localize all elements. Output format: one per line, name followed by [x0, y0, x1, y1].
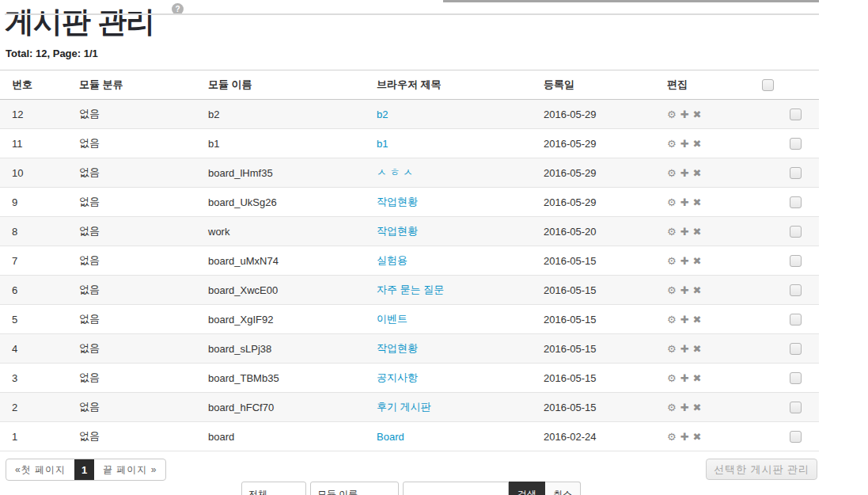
row-checkbox[interactable] [790, 109, 802, 120]
delete-icon[interactable]: ✖ [693, 343, 702, 355]
gear-icon[interactable]: ⚙ [667, 196, 677, 208]
checkbox-cell [762, 305, 819, 334]
browser-title-link[interactable]: 후기 게시판 [377, 401, 431, 413]
gear-icon[interactable]: ⚙ [667, 372, 677, 384]
plus-icon[interactable]: ✚ [680, 138, 689, 150]
row-checkbox[interactable] [790, 284, 802, 296]
delete-icon[interactable]: ✖ [693, 402, 702, 413]
plus-icon[interactable]: ✚ [680, 314, 689, 326]
gear-icon[interactable]: ⚙ [667, 402, 677, 413]
module-name: board_TBMb35 [196, 364, 365, 393]
last-page-button[interactable]: 끝 페이지 » [94, 459, 165, 480]
first-page-button[interactable]: «첫 페이지 [6, 459, 74, 480]
browser-title-link[interactable]: b2 [377, 109, 388, 120]
gear-icon[interactable]: ⚙ [667, 109, 677, 120]
edit-cell: ⚙✚✖ [655, 100, 762, 129]
delete-icon[interactable]: ✖ [693, 226, 702, 238]
browser-title-link[interactable]: 작업현황 [377, 225, 418, 237]
row-checkbox[interactable] [790, 343, 802, 355]
row-checkbox[interactable] [790, 167, 802, 179]
browser-title-link[interactable]: b1 [377, 138, 388, 150]
title-divider [5, 13, 819, 15]
edit-cell: ⚙✚✖ [655, 334, 762, 364]
browser-title-link[interactable]: 작업현황 [377, 342, 418, 354]
gear-icon[interactable]: ⚙ [667, 255, 677, 267]
delete-icon[interactable]: ✖ [693, 109, 702, 120]
browser-title-link[interactable]: Board [377, 431, 404, 443]
plus-icon[interactable]: ✚ [680, 372, 689, 384]
edit-cell: ⚙✚✖ [655, 393, 762, 422]
plus-icon[interactable]: ✚ [680, 226, 689, 238]
gear-icon[interactable]: ⚙ [667, 343, 677, 355]
table-header-row: 번호모듈 분류모듈 이름브라우저 제목등록일편집 [0, 70, 819, 100]
plus-icon[interactable]: ✚ [680, 196, 689, 208]
gear-icon[interactable]: ⚙ [667, 314, 677, 326]
plus-icon[interactable]: ✚ [680, 343, 689, 355]
search-button[interactable]: 검색 [509, 482, 545, 495]
delete-icon[interactable]: ✖ [693, 167, 702, 179]
row-number: 8 [0, 217, 67, 246]
browser-title-link[interactable]: 작업현황 [377, 196, 418, 208]
current-page-indicator[interactable]: 1 [74, 459, 94, 480]
manage-selected-boards-button[interactable]: 선택한 게시판 관리 [706, 459, 817, 480]
browser-title-link[interactable]: 실험용 [377, 254, 407, 266]
register-date: 2016-05-15 [532, 334, 655, 364]
gear-icon[interactable]: ⚙ [667, 431, 677, 443]
browser-title-cell: 후기 게시판 [365, 393, 532, 422]
browser-title-cell: 작업현황 [365, 334, 532, 364]
row-checkbox[interactable] [790, 314, 802, 326]
browser-title-link[interactable]: 공지사항 [377, 371, 418, 383]
board-table-body: 12없음b2b22016-05-29⚙✚✖11없음b1b12016-05-29⚙… [0, 100, 819, 451]
cancel-button[interactable]: 취소 [545, 482, 581, 495]
browser-title-cell: 자주 묻는 질문 [365, 276, 532, 305]
gear-icon[interactable]: ⚙ [667, 226, 677, 238]
column-header-4: 등록일 [532, 70, 655, 100]
select-all-checkbox[interactable] [762, 79, 774, 91]
delete-icon[interactable]: ✖ [693, 138, 702, 150]
browser-title-link[interactable]: 자주 묻는 질문 [377, 284, 444, 295]
plus-icon[interactable]: ✚ [680, 109, 689, 120]
checkbox-cell [762, 129, 819, 158]
module-name: b2 [196, 100, 365, 129]
module-name: board_XgIF92 [196, 305, 365, 334]
checkbox-cell [762, 188, 819, 217]
delete-icon[interactable]: ✖ [693, 255, 702, 267]
row-checkbox[interactable] [790, 138, 802, 150]
column-header-5: 편집 [655, 70, 762, 100]
browser-title-cell: 작업현황 [365, 188, 532, 217]
delete-icon[interactable]: ✖ [693, 314, 702, 326]
plus-icon[interactable]: ✚ [680, 284, 689, 296]
row-checkbox[interactable] [790, 402, 802, 413]
gear-icon[interactable]: ⚙ [667, 167, 677, 179]
delete-icon[interactable]: ✖ [693, 431, 702, 443]
search-field-select[interactable]: 모듈 이름 [310, 482, 399, 495]
table-row: 3없음board_TBMb35공지사항2016-05-15⚙✚✖ [0, 364, 819, 393]
browser-title-link[interactable]: 이벤트 [377, 313, 407, 325]
row-checkbox[interactable] [790, 196, 802, 208]
plus-icon[interactable]: ✚ [680, 167, 689, 179]
plus-icon[interactable]: ✚ [680, 431, 689, 443]
row-checkbox[interactable] [790, 372, 802, 384]
delete-icon[interactable]: ✖ [693, 284, 702, 296]
gear-icon[interactable]: ⚙ [667, 284, 677, 296]
delete-icon[interactable]: ✖ [693, 372, 702, 384]
search-input[interactable] [403, 482, 509, 495]
column-header-1: 모듈 분류 [67, 70, 196, 100]
edit-cell: ⚙✚✖ [655, 364, 762, 393]
row-checkbox[interactable] [790, 255, 802, 267]
browser-title-link[interactable]: ㅅ ㅎ ㅅ [377, 166, 413, 178]
row-checkbox[interactable] [790, 431, 802, 443]
plus-icon[interactable]: ✚ [680, 255, 689, 267]
gear-icon[interactable]: ⚙ [667, 138, 677, 150]
search-scope-select[interactable]: 전체 [241, 482, 306, 495]
row-number: 2 [0, 393, 67, 422]
delete-icon[interactable]: ✖ [693, 196, 702, 208]
edit-cell: ⚙✚✖ [655, 158, 762, 188]
plus-icon[interactable]: ✚ [680, 402, 689, 413]
edit-cell: ⚙✚✖ [655, 129, 762, 158]
browser-title-cell: b2 [365, 100, 532, 129]
row-checkbox[interactable] [790, 226, 802, 238]
module-name: board_UkSg26 [196, 188, 365, 217]
browser-title-cell: Board [365, 422, 532, 451]
register-date: 2016-05-15 [532, 246, 655, 276]
